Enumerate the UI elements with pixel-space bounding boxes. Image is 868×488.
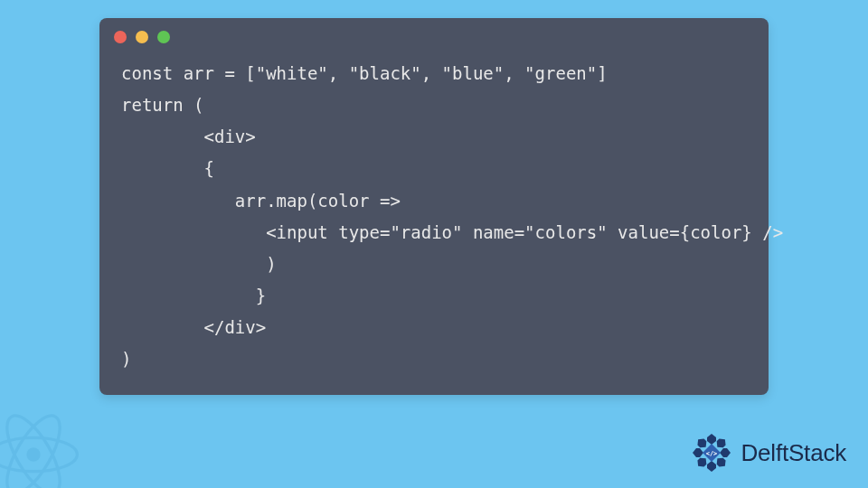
code-block: const arr = ["white", "black", "blue", "… — [99, 51, 769, 380]
close-dot-icon — [114, 31, 127, 43]
svg-point-3 — [26, 447, 40, 461]
code-line: <input type="radio" name="colors" value=… — [121, 222, 783, 242]
code-line: return ( — [121, 95, 204, 115]
brand-name: DelftStack — [741, 439, 847, 467]
brand-logo: </> DelftStack — [689, 430, 847, 475]
code-line: ) — [121, 254, 277, 274]
code-line: </div> — [121, 317, 266, 337]
background-decoration — [0, 405, 83, 488]
svg-text:</>: </> — [705, 450, 717, 457]
code-line: const arr = ["white", "black", "blue", "… — [121, 63, 608, 83]
code-line: <div> — [121, 127, 256, 146]
code-line: { — [121, 158, 214, 178]
code-line: ) — [121, 349, 131, 369]
code-window: const arr = ["white", "black", "blue", "… — [99, 18, 769, 395]
brand-mark-icon: </> — [689, 430, 734, 475]
code-line: arr.map(color => — [121, 191, 401, 211]
minimize-dot-icon — [136, 31, 148, 43]
window-titlebar — [99, 18, 769, 51]
code-line: } — [121, 286, 266, 305]
zoom-dot-icon — [157, 31, 170, 43]
